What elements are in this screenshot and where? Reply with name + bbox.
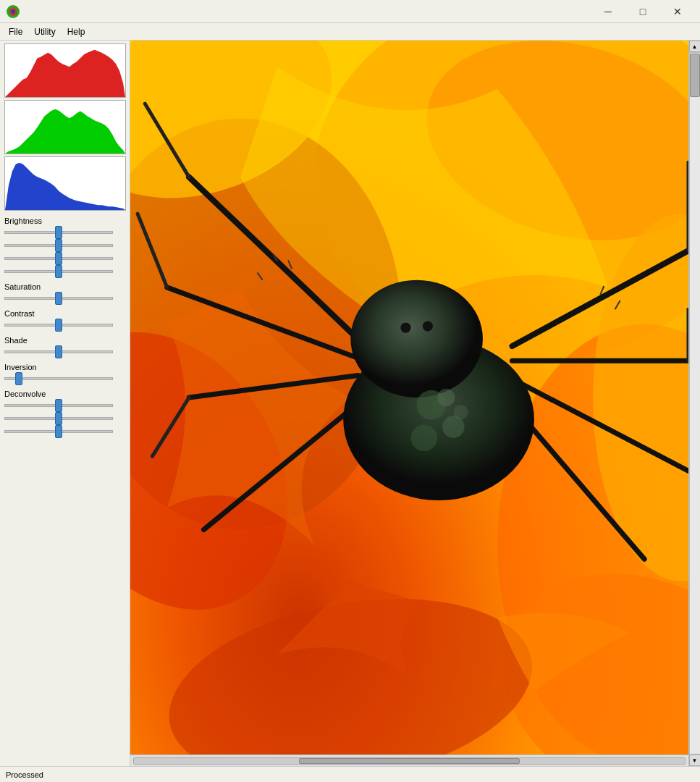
svg-point-34 — [437, 389, 455, 406]
titlebar-left — [6, 4, 20, 19]
scrollbar-thumb[interactable] — [299, 758, 519, 764]
brightness-label: Brightness — [4, 216, 125, 225]
brightness-track-1[interactable] — [4, 227, 113, 237]
deconvolve-track-2[interactable] — [4, 413, 113, 424]
scrollbar-track[interactable] — [133, 757, 686, 765]
left-panel: Brightness Saturation — [0, 41, 130, 766]
scroll-up-button[interactable]: ▲ — [689, 41, 701, 52]
brightness-slider-row-3 — [4, 253, 125, 264]
histogram-container — [4, 43, 125, 211]
brightness-slider-row-2 — [4, 240, 125, 251]
deconvolve-slider-2[interactable] — [4, 417, 113, 420]
scroll-thumb-vertical[interactable] — [690, 54, 700, 97]
inversion-track-1[interactable] — [4, 374, 113, 384]
svg-point-35 — [453, 405, 468, 419]
blue-histogram — [4, 156, 126, 211]
inversion-label: Inversion — [4, 363, 125, 371]
red-histogram — [4, 43, 126, 98]
saturation-slider-1[interactable] — [4, 297, 113, 300]
svg-point-33 — [411, 425, 438, 452]
menu-utility[interactable]: Utility — [28, 25, 61, 38]
inversion-slider-row-1 — [4, 374, 125, 384]
brightness-track-2[interactable] — [4, 240, 113, 251]
brightness-track-3[interactable] — [4, 253, 113, 264]
brightness-slider-3[interactable] — [4, 257, 113, 260]
menubar: File Utility Help — [0, 23, 700, 41]
maximize-button[interactable]: □ — [626, 1, 659, 22]
deconvolve-slider-row-1 — [4, 400, 125, 411]
brightness-slider-1[interactable] — [4, 231, 113, 234]
contrast-slider-1[interactable] — [4, 324, 113, 327]
contrast-track-1[interactable] — [4, 320, 113, 330]
image-area — [130, 41, 688, 766]
titlebar-controls: ─ □ ✕ — [591, 1, 694, 22]
svg-point-30 — [350, 280, 483, 398]
deconvolve-slider-3[interactable] — [4, 430, 113, 433]
horizontal-scrollbar[interactable] — [130, 754, 688, 766]
brightness-track-4[interactable] — [4, 266, 113, 277]
deconvolve-label: Deconvolve — [4, 390, 125, 398]
scroll-down-button[interactable]: ▼ — [689, 754, 701, 766]
shade-slider-row-1 — [4, 347, 125, 357]
scroll-track[interactable] — [689, 52, 701, 754]
saturation-label: Saturation — [4, 282, 125, 291]
saturation-track-1[interactable] — [4, 293, 113, 303]
brightness-slider-row-4 — [4, 266, 125, 277]
image-viewport — [130, 41, 688, 754]
close-button[interactable]: ✕ — [661, 1, 694, 22]
deconvolve-slider-row-2 — [4, 413, 125, 424]
status-text: Processed — [6, 770, 43, 779]
deconvolve-slider-row-3 — [4, 426, 125, 437]
green-histogram — [4, 100, 126, 154]
svg-point-37 — [423, 321, 433, 331]
app-icon — [6, 4, 20, 19]
contrast-label: Contrast — [4, 309, 125, 318]
deconvolve-track-3[interactable] — [4, 426, 113, 437]
brightness-slider-row-1 — [4, 227, 125, 237]
vertical-scrollbar[interactable]: ▲ ▼ — [688, 41, 700, 766]
statusbar: Processed — [0, 766, 700, 782]
svg-point-36 — [400, 323, 410, 333]
deconvolve-track-1[interactable] — [4, 400, 113, 411]
brightness-slider-2[interactable] — [4, 244, 113, 247]
deconvolve-slider-1[interactable] — [4, 404, 113, 407]
spider-image — [130, 41, 688, 754]
shade-track-1[interactable] — [4, 347, 113, 357]
inversion-slider-1[interactable] — [4, 377, 113, 380]
main-area: Brightness Saturation — [0, 41, 700, 766]
titlebar: ─ □ ✕ — [0, 0, 700, 23]
svg-point-2 — [11, 9, 15, 14]
minimize-button[interactable]: ─ — [591, 1, 625, 22]
menu-file[interactable]: File — [3, 25, 28, 38]
saturation-slider-row-1 — [4, 293, 125, 303]
contrast-slider-row-1 — [4, 320, 125, 330]
shade-slider-1[interactable] — [4, 350, 113, 353]
menu-help[interactable]: Help — [62, 25, 91, 38]
brightness-slider-4[interactable] — [4, 270, 113, 273]
shade-label: Shade — [4, 336, 125, 345]
